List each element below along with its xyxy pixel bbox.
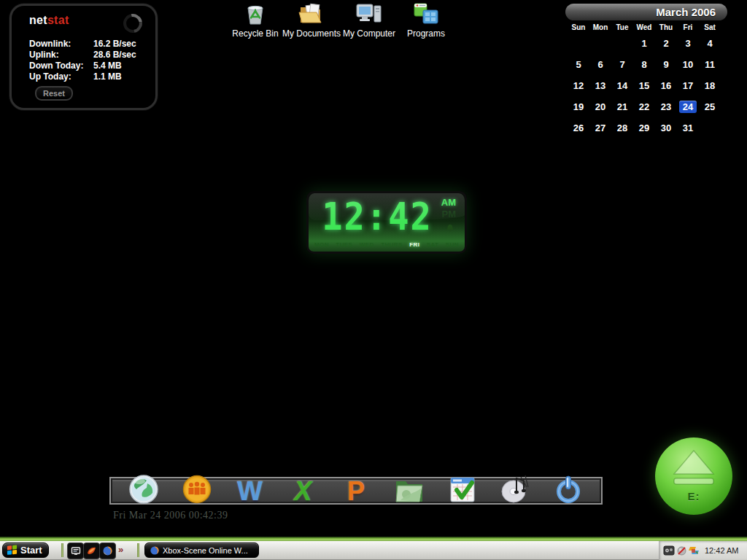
- calendar-day[interactable]: 4: [699, 33, 721, 54]
- netstat-title: netstat: [29, 14, 69, 27]
- calendar-day: [568, 33, 589, 54]
- lcd-clock-widget: 12:42 AM PM MON TUES WED THURS FRI SAT S…: [306, 191, 467, 254]
- clock-pm-indicator: PM: [442, 209, 457, 219]
- tray-mixer-icon[interactable]: [663, 545, 675, 556]
- clock-day: SAT: [427, 241, 439, 248]
- calendar-day[interactable]: 23: [655, 96, 677, 117]
- calendar-day[interactable]: 11: [699, 54, 721, 75]
- clock-day: THURS: [381, 241, 403, 248]
- start-button-label: Start: [20, 545, 42, 556]
- calendar-day[interactable]: 16: [655, 75, 677, 96]
- clock-time: 12:42: [319, 195, 436, 238]
- eject-drive-button[interactable]: E:: [655, 438, 732, 515]
- calendar-day[interactable]: 14: [611, 75, 633, 96]
- tray-clock[interactable]: 12:42 AM: [705, 546, 738, 555]
- calendar-day: [589, 33, 611, 54]
- calendar-day: [699, 117, 721, 139]
- programs-icon: [392, 1, 460, 26]
- netstat-spinner-icon: [120, 10, 146, 36]
- dock-music-cd-icon[interactable]: [498, 471, 532, 505]
- taskbar-divider[interactable]: [61, 543, 63, 557]
- system-tray: 12:42 AM: [659, 541, 747, 560]
- calendar-day[interactable]: 25: [699, 96, 721, 117]
- dock-word-icon[interactable]: W: [233, 471, 267, 505]
- calendar-day-selected[interactable]: 24: [677, 96, 699, 117]
- clock-day: TUES: [336, 241, 352, 248]
- calendar-day[interactable]: 18: [699, 75, 721, 96]
- calendar-dow: Wed: [633, 23, 655, 33]
- calendar-day[interactable]: 5: [568, 54, 589, 75]
- calendar-day[interactable]: 21: [611, 96, 633, 117]
- calendar-dow: Thu: [655, 23, 677, 33]
- netstat-row: Uplink:28.6 B/sec: [29, 50, 146, 61]
- calendar-dow: Sun: [568, 23, 589, 33]
- clock-day: SUN: [446, 241, 459, 248]
- calendar-day[interactable]: 31: [677, 117, 699, 139]
- netstat-row: Downlink:16.2 B/sec: [29, 39, 146, 50]
- calendar-day[interactable]: 22: [633, 96, 655, 117]
- dock: W X P: [109, 477, 603, 505]
- dock-excel-icon[interactable]: X: [286, 471, 320, 505]
- desktop-icon-programs[interactable]: Programs: [392, 1, 460, 39]
- eject-icon: [668, 446, 719, 489]
- firefox-icon: [102, 545, 113, 556]
- calendar-dow: Fri: [677, 23, 699, 33]
- taskbar: Start » Xbox-Scene Online W...: [0, 537, 747, 560]
- calendar-day[interactable]: 17: [677, 75, 699, 96]
- calendar-day[interactable]: 30: [655, 117, 677, 139]
- taskbar-divider[interactable]: [137, 543, 139, 557]
- windows-logo-icon: [7, 545, 18, 556]
- start-button[interactable]: Start: [2, 542, 49, 558]
- quicklaunch-show-desktop-button[interactable]: [67, 542, 84, 559]
- dock-internet-globe-icon[interactable]: [127, 471, 160, 505]
- calendar-day[interactable]: 26: [568, 117, 589, 139]
- calendar-day[interactable]: 28: [611, 117, 633, 139]
- calendar-dow: Sat: [699, 23, 721, 33]
- clock-am-indicator: AM: [441, 197, 456, 208]
- calendar-widget: March 2006 Sun Mon Tue Wed Thu Fri Sat 1…: [565, 4, 727, 139]
- firefox-icon: [150, 545, 160, 556]
- quicklaunch-red-app-button[interactable]: [83, 542, 100, 559]
- alarm-bell-icon: [446, 222, 454, 236]
- quicklaunch-firefox-button[interactable]: [99, 542, 116, 559]
- calendar-day[interactable]: 20: [589, 96, 611, 117]
- show-desktop-icon: [71, 546, 81, 556]
- calendar-day[interactable]: 10: [677, 54, 699, 75]
- calendar-day[interactable]: 3: [677, 33, 699, 54]
- task-button-label: Xbox-Scene Online W...: [163, 546, 248, 555]
- calendar-day[interactable]: 19: [568, 96, 589, 117]
- clock-day: WED: [360, 241, 374, 248]
- calendar-dow: Mon: [589, 23, 611, 33]
- datetime-text: Fri Mar 24 2006 00:42:39: [113, 510, 228, 521]
- calendar-day: [611, 33, 633, 54]
- calendar-day[interactable]: 9: [655, 54, 677, 75]
- quicklaunch-overflow-chevron[interactable]: »: [118, 544, 123, 555]
- calendar-day[interactable]: 27: [589, 117, 611, 139]
- calendar-day[interactable]: 6: [589, 54, 611, 75]
- netstat-row: Down Today:5.4 MB: [29, 61, 146, 71]
- calendar-day[interactable]: 13: [589, 75, 611, 96]
- calendar-day[interactable]: 1: [633, 33, 655, 54]
- task-button-xbox-scene[interactable]: Xbox-Scene Online W...: [144, 542, 259, 558]
- desktop-icon-label: Programs: [392, 28, 460, 39]
- clock-day: MON: [314, 241, 329, 248]
- dock-calendar-check-icon[interactable]: [446, 471, 479, 505]
- dock-pictures-folder-icon[interactable]: [392, 471, 426, 505]
- calendar-title: March 2006: [565, 4, 727, 20]
- calendar-day[interactable]: 29: [633, 117, 655, 139]
- calendar-dow: Tue: [611, 23, 633, 33]
- calendar-day[interactable]: 15: [633, 75, 655, 96]
- netstat-reset-button[interactable]: Reset: [35, 86, 73, 101]
- calendar-day[interactable]: 2: [655, 33, 677, 54]
- eject-drive-label: E:: [655, 490, 732, 502]
- desktop: netstat Downlink:16.2 B/sec Uplink:28.6 …: [0, 0, 747, 560]
- calendar-day[interactable]: 12: [568, 75, 589, 96]
- tray-mute-icon[interactable]: [676, 545, 687, 556]
- dock-power-icon[interactable]: [551, 471, 585, 505]
- dock-powerpoint-icon[interactable]: P: [339, 471, 373, 505]
- netstat-row: Up Today:1.1 MB: [29, 71, 146, 82]
- calendar-day[interactable]: 8: [633, 54, 655, 75]
- calendar-day[interactable]: 7: [611, 54, 633, 75]
- tray-messenger-icon[interactable]: [689, 545, 700, 556]
- dock-entourage-people-icon[interactable]: [180, 471, 214, 505]
